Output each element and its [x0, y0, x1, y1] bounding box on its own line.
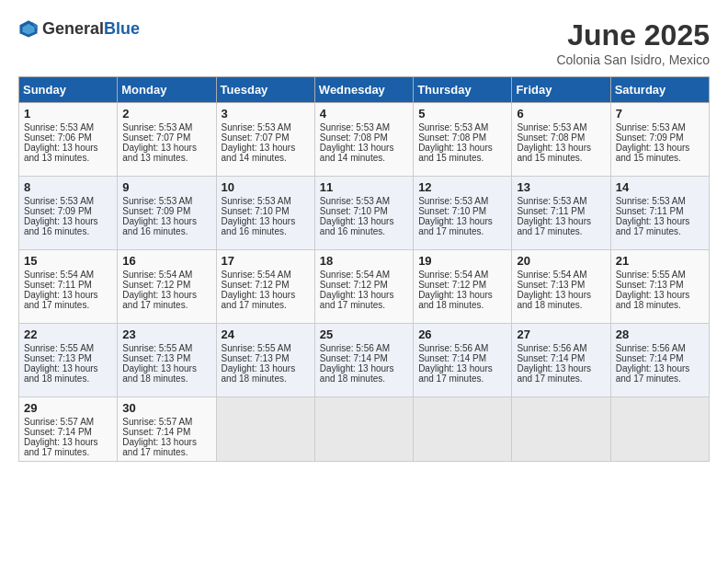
- sunrise-label: Sunrise: 5:53 AM: [418, 196, 488, 206]
- sunset-label: Sunset: 7:08 PM: [418, 132, 486, 143]
- daylight-label: Daylight: 13 hours and 18 minutes.: [24, 363, 98, 384]
- logo-blue: Blue: [104, 19, 140, 38]
- daylight-label: Daylight: 13 hours and 16 minutes.: [222, 216, 296, 236]
- sunset-label: Sunset: 7:14 PM: [320, 353, 388, 363]
- sunset-label: Sunset: 7:10 PM: [418, 206, 486, 216]
- table-row: 7 Sunrise: 5:53 AM Sunset: 7:09 PM Dayli…: [610, 103, 709, 177]
- table-row: 24 Sunrise: 5:55 AM Sunset: 7:13 PM Dayl…: [216, 324, 314, 397]
- day-number: 6: [517, 107, 605, 121]
- daylight-label: Daylight: 13 hours and 18 minutes.: [418, 290, 493, 310]
- day-number: 24: [222, 327, 310, 341]
- sunset-label: Sunset: 7:13 PM: [222, 353, 290, 363]
- daylight-label: Daylight: 13 hours and 17 minutes.: [517, 216, 591, 236]
- sunrise-label: Sunrise: 5:56 AM: [517, 343, 586, 353]
- daylight-label: Daylight: 13 hours and 14 minutes.: [320, 143, 394, 163]
- sunset-label: Sunset: 7:12 PM: [418, 280, 486, 290]
- sunset-label: Sunset: 7:10 PM: [222, 206, 290, 216]
- sunrise-label: Sunrise: 5:55 AM: [222, 343, 291, 353]
- daylight-label: Daylight: 13 hours and 18 minutes.: [517, 290, 591, 310]
- logo-general: General: [42, 19, 104, 38]
- sunrise-label: Sunrise: 5:53 AM: [24, 122, 94, 132]
- day-number: 21: [616, 254, 704, 268]
- table-row: 4 Sunrise: 5:53 AM Sunset: 7:08 PM Dayli…: [314, 103, 413, 177]
- sunrise-label: Sunrise: 5:55 AM: [24, 343, 94, 353]
- day-number: 3: [222, 107, 310, 121]
- day-number: 23: [122, 327, 210, 341]
- table-row: 10 Sunrise: 5:53 AM Sunset: 7:10 PM Dayl…: [216, 177, 314, 250]
- sunrise-label: Sunrise: 5:53 AM: [222, 122, 291, 132]
- sunrise-label: Sunrise: 5:54 AM: [222, 270, 291, 280]
- sunset-label: Sunset: 7:06 PM: [24, 132, 92, 143]
- table-row: [216, 397, 314, 462]
- sunrise-label: Sunrise: 5:53 AM: [616, 196, 686, 206]
- day-number: 4: [320, 107, 408, 121]
- sunrise-label: Sunrise: 5:54 AM: [517, 270, 586, 280]
- sunrise-label: Sunrise: 5:56 AM: [418, 343, 488, 353]
- sunset-label: Sunset: 7:14 PM: [517, 353, 585, 363]
- sunrise-label: Sunrise: 5:53 AM: [517, 196, 586, 206]
- calendar-subtitle: Colonia San Isidro, Mexico: [556, 52, 710, 67]
- sunset-label: Sunset: 7:07 PM: [122, 132, 190, 143]
- day-number: 18: [320, 254, 408, 268]
- daylight-label: Daylight: 13 hours and 18 minutes.: [122, 363, 197, 384]
- sunset-label: Sunset: 7:14 PM: [418, 353, 486, 363]
- sunrise-label: Sunrise: 5:53 AM: [320, 122, 390, 132]
- sunrise-label: Sunrise: 5:54 AM: [320, 270, 390, 280]
- daylight-label: Daylight: 13 hours and 17 minutes.: [222, 290, 296, 310]
- header-monday: Monday: [118, 77, 216, 103]
- sunrise-label: Sunrise: 5:53 AM: [122, 122, 192, 132]
- sunset-label: Sunset: 7:13 PM: [122, 353, 190, 363]
- daylight-label: Daylight: 13 hours and 16 minutes.: [24, 216, 98, 236]
- sunset-label: Sunset: 7:12 PM: [320, 280, 388, 290]
- sunset-label: Sunset: 7:13 PM: [517, 280, 585, 290]
- logo-icon: [18, 18, 39, 39]
- day-number: 9: [122, 180, 210, 194]
- daylight-label: Daylight: 13 hours and 18 minutes.: [320, 363, 394, 384]
- daylight-label: Daylight: 13 hours and 15 minutes.: [517, 143, 591, 163]
- sunset-label: Sunset: 7:10 PM: [320, 206, 388, 216]
- table-row: 30 Sunrise: 5:57 AM Sunset: 7:14 PM Dayl…: [118, 397, 216, 462]
- daylight-label: Daylight: 13 hours and 17 minutes.: [320, 290, 394, 310]
- daylight-label: Daylight: 13 hours and 13 minutes.: [24, 143, 98, 163]
- sunset-label: Sunset: 7:09 PM: [24, 206, 92, 216]
- sunrise-label: Sunrise: 5:56 AM: [320, 343, 390, 353]
- day-number: 13: [517, 180, 605, 194]
- table-row: 6 Sunrise: 5:53 AM Sunset: 7:08 PM Dayli…: [512, 103, 610, 177]
- day-number: 28: [616, 327, 704, 341]
- day-number: 8: [24, 180, 112, 194]
- table-row: [414, 397, 512, 462]
- calendar-week-row: 22 Sunrise: 5:55 AM Sunset: 7:13 PM Dayl…: [19, 324, 710, 397]
- sunrise-label: Sunrise: 5:53 AM: [616, 122, 686, 132]
- table-row: 27 Sunrise: 5:56 AM Sunset: 7:14 PM Dayl…: [512, 324, 610, 397]
- sunset-label: Sunset: 7:13 PM: [24, 353, 92, 363]
- table-row: 20 Sunrise: 5:54 AM Sunset: 7:13 PM Dayl…: [512, 250, 610, 324]
- daylight-label: Daylight: 13 hours and 17 minutes.: [418, 363, 493, 384]
- sunrise-label: Sunrise: 5:54 AM: [24, 270, 94, 280]
- daylight-label: Daylight: 13 hours and 17 minutes.: [24, 437, 98, 457]
- daylight-label: Daylight: 13 hours and 17 minutes.: [616, 216, 690, 236]
- daylight-label: Daylight: 13 hours and 18 minutes.: [222, 363, 296, 384]
- table-row: 5 Sunrise: 5:53 AM Sunset: 7:08 PM Dayli…: [414, 103, 512, 177]
- sunset-label: Sunset: 7:09 PM: [122, 206, 190, 216]
- day-number: 12: [418, 180, 506, 194]
- daylight-label: Daylight: 13 hours and 18 minutes.: [616, 290, 690, 310]
- sunset-label: Sunset: 7:14 PM: [24, 427, 92, 437]
- weekday-header-row: Sunday Monday Tuesday Wednesday Thursday…: [19, 77, 710, 103]
- table-row: [512, 397, 610, 462]
- sunrise-label: Sunrise: 5:53 AM: [517, 122, 586, 132]
- sunset-label: Sunset: 7:12 PM: [222, 280, 290, 290]
- day-number: 22: [24, 327, 112, 341]
- table-row: 16 Sunrise: 5:54 AM Sunset: 7:12 PM Dayl…: [118, 250, 216, 324]
- table-row: 1 Sunrise: 5:53 AM Sunset: 7:06 PM Dayli…: [19, 103, 118, 177]
- table-row: 17 Sunrise: 5:54 AM Sunset: 7:12 PM Dayl…: [216, 250, 314, 324]
- table-row: 9 Sunrise: 5:53 AM Sunset: 7:09 PM Dayli…: [118, 177, 216, 250]
- day-number: 30: [122, 401, 210, 415]
- daylight-label: Daylight: 13 hours and 17 minutes.: [24, 290, 98, 310]
- daylight-label: Daylight: 13 hours and 17 minutes.: [517, 363, 591, 384]
- daylight-label: Daylight: 13 hours and 15 minutes.: [616, 143, 690, 163]
- header-sunday: Sunday: [19, 77, 118, 103]
- sunrise-label: Sunrise: 5:55 AM: [616, 270, 686, 280]
- table-row: 22 Sunrise: 5:55 AM Sunset: 7:13 PM Dayl…: [19, 324, 118, 397]
- table-row: 11 Sunrise: 5:53 AM Sunset: 7:10 PM Dayl…: [314, 177, 413, 250]
- logo-text: GeneralBlue: [42, 19, 140, 39]
